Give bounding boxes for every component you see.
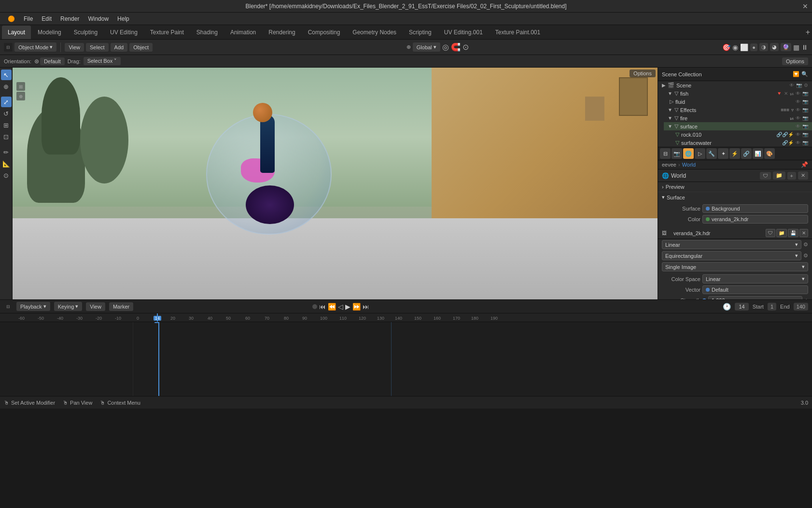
rock-vis-icon[interactable]: 👁 bbox=[796, 132, 800, 137]
img-shield-button[interactable]: 🛡 bbox=[766, 229, 775, 237]
add-workspace-button[interactable]: + bbox=[806, 28, 810, 37]
fire-item[interactable]: ▼ ▽ fire ₁₆ 👁 📷 bbox=[664, 114, 812, 122]
move-tool-button[interactable]: ⤢ bbox=[1, 97, 12, 107]
menu-window[interactable]: Window bbox=[84, 14, 112, 23]
scene-lock-icon[interactable]: ⚙ bbox=[804, 83, 808, 88]
scale-tool-button[interactable]: ⊞ bbox=[1, 120, 12, 130]
play-back-button[interactable]: ◁ bbox=[338, 303, 343, 310]
tab-geometry-nodes[interactable]: Geometry Nodes bbox=[347, 26, 402, 39]
props-tab-physics[interactable]: ⚡ bbox=[729, 148, 740, 159]
tab-rendering[interactable]: Rendering bbox=[263, 26, 301, 39]
fluid-item[interactable]: ▷ fluid 👁 📷 bbox=[664, 98, 812, 106]
step-back-button[interactable]: ⏪ bbox=[328, 303, 336, 310]
tab-compositing[interactable]: Compositing bbox=[302, 26, 346, 39]
start-frame-input[interactable]: 1 bbox=[768, 303, 776, 310]
effects-vis-icon[interactable]: 👁 bbox=[796, 107, 800, 113]
timeline-toggle[interactable]: ⊟ bbox=[4, 302, 13, 311]
rock-item[interactable]: ▽ rock.010 🔗🔗⚡ 👁 📷 bbox=[670, 130, 812, 139]
play-button[interactable]: ▶ bbox=[345, 303, 350, 310]
props-tab-data[interactable]: 📊 bbox=[753, 148, 763, 159]
camera-perspective-icon[interactable]: ▦ bbox=[793, 43, 799, 51]
scene-vis-icon[interactable]: 👁 bbox=[789, 83, 794, 88]
props-tab-world[interactable]: 🌐 bbox=[683, 148, 694, 159]
strength-keyframe[interactable]: ◆ bbox=[804, 297, 808, 300]
select-tool-button[interactable]: ↖ bbox=[1, 70, 12, 80]
default-orientation-button[interactable]: Default bbox=[40, 57, 65, 65]
tab-layout[interactable]: Layout bbox=[2, 26, 31, 39]
jump-start-button[interactable]: ⏮ bbox=[319, 303, 326, 310]
menu-help[interactable]: Help bbox=[113, 14, 133, 23]
props-tab-object[interactable]: ▷ bbox=[695, 148, 705, 159]
cursor-tool-button[interactable]: ⊕ bbox=[1, 81, 12, 92]
menu-file[interactable]: File bbox=[20, 14, 37, 23]
fish-item[interactable]: ▼ ▽ fish 🔻 ✕ ₁₆ 👁 📷 bbox=[664, 89, 812, 98]
fire-render-icon[interactable]: 📷 bbox=[802, 115, 808, 121]
timeline-content[interactable] bbox=[0, 322, 812, 396]
menu-render[interactable]: Render bbox=[56, 14, 83, 23]
breadcrumb-world-link[interactable]: World bbox=[682, 162, 696, 168]
surface-prop-value[interactable]: Background bbox=[702, 204, 808, 213]
close-button[interactable]: ✕ bbox=[802, 2, 808, 10]
proportional-icon[interactable]: ⊙ bbox=[462, 42, 469, 52]
transform-tool-button[interactable]: ⊡ bbox=[1, 131, 12, 142]
effects-render-icon[interactable]: 📷 bbox=[802, 107, 808, 113]
vector-value[interactable]: Default bbox=[702, 285, 808, 294]
snap-icon[interactable]: 🧲 bbox=[451, 42, 461, 52]
tab-sculpting[interactable]: Sculpting bbox=[68, 26, 103, 39]
material-mode-button[interactable]: ◑ bbox=[759, 43, 768, 51]
search-icon[interactable]: 🔍 bbox=[801, 71, 808, 77]
surface-render-icon[interactable]: 📷 bbox=[802, 124, 808, 129]
add-tool-button[interactable]: ⊙ bbox=[1, 170, 12, 181]
equirect-dropdown[interactable]: Equirectangular ▾ bbox=[662, 251, 801, 260]
object-button[interactable]: Object bbox=[129, 43, 153, 52]
keying-button[interactable]: Keying▾ bbox=[54, 302, 83, 311]
jump-end-button[interactable]: ⏭ bbox=[363, 303, 369, 310]
props-tab-particles[interactable]: ✦ bbox=[718, 148, 728, 159]
tab-uv-editing[interactable]: UV Editing bbox=[104, 26, 143, 39]
solid-mode-button[interactable]: ● bbox=[750, 43, 757, 51]
header-toggle-button[interactable]: ⊟ bbox=[4, 43, 13, 52]
xyz-icon[interactable]: ⊛ bbox=[34, 58, 39, 65]
color-prop-value[interactable]: veranda_2k.hdr bbox=[702, 215, 808, 224]
step-forward-button[interactable]: ⏩ bbox=[352, 303, 361, 310]
annotate-tool-button[interactable]: ✏ bbox=[1, 147, 12, 157]
tab-uv-editing-001[interactable]: UV Editing.001 bbox=[438, 26, 489, 39]
props-icon-toggle[interactable]: ⊟ bbox=[660, 148, 671, 159]
props-tab-material[interactable]: 🎨 bbox=[764, 148, 775, 159]
measure-tool-button[interactable]: 📐 bbox=[1, 158, 12, 169]
rendered-mode-button[interactable]: ◕ bbox=[770, 43, 779, 51]
world-shield-button[interactable]: 🛡 bbox=[760, 172, 771, 180]
tab-texture-paint-001[interactable]: Texture Paint.001 bbox=[490, 26, 546, 39]
marker-button[interactable]: Marker bbox=[109, 302, 133, 311]
menu-blender[interactable]: 🟠 bbox=[4, 14, 19, 23]
tab-modeling[interactable]: Modeling bbox=[32, 26, 67, 39]
tab-scripting[interactable]: Scripting bbox=[403, 26, 437, 39]
fire-vis-icon[interactable]: 👁 bbox=[796, 115, 800, 121]
record-button[interactable] bbox=[312, 304, 317, 309]
render-pause-icon[interactable]: ⏸ bbox=[801, 43, 808, 51]
strength-input[interactable]: 1.000 bbox=[708, 296, 802, 299]
surfacewater-render-icon[interactable]: 📷 bbox=[802, 140, 808, 145]
single-image-dropdown[interactable]: Single Image ▾ bbox=[662, 262, 808, 271]
surfacewater-item[interactable]: ▽ surfacewater 🔗⚡ 👁 📷 bbox=[670, 139, 812, 147]
color-space-dropdown[interactable]: Linear ▾ bbox=[702, 274, 808, 283]
eevee-mode-button[interactable]: 🔮 bbox=[781, 43, 791, 51]
tab-shading[interactable]: Shading bbox=[191, 26, 224, 39]
surface-section-header[interactable]: ▾ Surface bbox=[658, 192, 812, 202]
select-box-button[interactable]: Select Box ˅ bbox=[84, 57, 121, 65]
fish-vis-icon[interactable]: 👁 bbox=[796, 91, 800, 96]
img-browse-button[interactable]: 📁 bbox=[776, 229, 787, 237]
props-tab-render[interactable]: 📷 bbox=[672, 148, 682, 159]
options-button[interactable]: Options bbox=[782, 57, 808, 65]
surface-item[interactable]: ▼ ▽ surface 👁 📷 bbox=[664, 122, 812, 130]
viewport-options-button[interactable]: Options bbox=[630, 70, 656, 77]
filter-icon[interactable]: 🔽 bbox=[793, 71, 799, 77]
rotate-tool-button[interactable]: ↺ bbox=[1, 108, 12, 119]
view-gizmo-1[interactable]: ⊞ bbox=[16, 82, 25, 91]
world-browse-button[interactable]: 📁 bbox=[773, 171, 785, 180]
end-frame-input[interactable]: 140 bbox=[794, 303, 808, 310]
scene-item[interactable]: ▶ 🎬 Scene 👁 📷 ⚙ bbox=[658, 81, 812, 89]
surface-vis-icon[interactable]: 👁 bbox=[796, 124, 800, 129]
props-tab-modifier[interactable]: 🔧 bbox=[706, 148, 717, 159]
img-close-button[interactable]: ✕ bbox=[799, 229, 808, 237]
